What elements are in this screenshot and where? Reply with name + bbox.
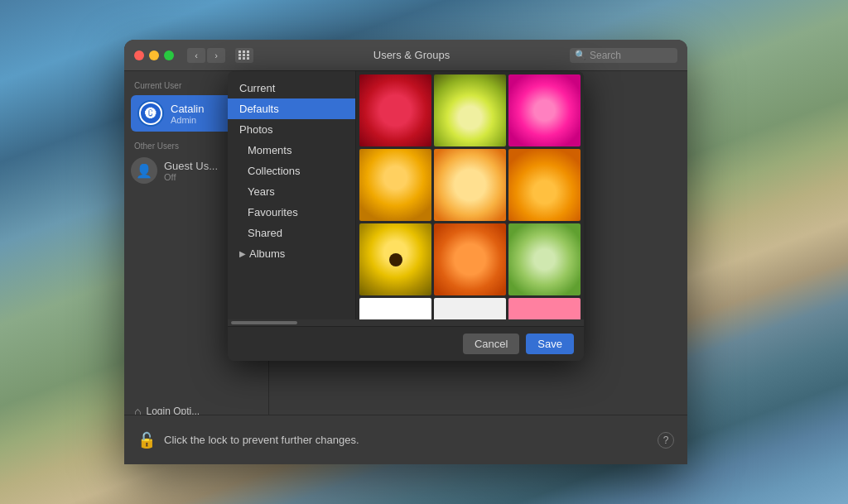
picker-scroll-thumb (231, 321, 297, 324)
yin-yang-icon (455, 319, 485, 320)
window-title: Users & Groups (260, 49, 563, 61)
picker-item-collections[interactable]: Collections (228, 161, 355, 181)
picker-scrollbar[interactable] (228, 319, 584, 326)
minimize-button[interactable] (149, 50, 159, 60)
photo-item-9[interactable] (508, 223, 581, 295)
picker-buttons: Cancel Save (228, 326, 584, 361)
photo-item-8[interactable] (434, 223, 506, 295)
photo-item-5[interactable] (434, 149, 506, 221)
picker-item-photos[interactable]: Photos (228, 119, 355, 140)
photo-item-11[interactable] (434, 298, 506, 319)
picker-item-defaults[interactable]: Defaults (228, 98, 355, 119)
nav-buttons: ‹ › (187, 48, 225, 63)
grid-view-button[interactable] (235, 48, 253, 63)
titlebar: ‹ › Users & Groups 🔍 Search (124, 40, 687, 71)
grid-icon (238, 50, 250, 60)
search-placeholder: Search (590, 50, 621, 61)
maximize-button[interactable] (164, 50, 174, 60)
picker-grid-area[interactable]: 🍪 💋 𝓜 (356, 71, 584, 319)
picker-item-current[interactable]: Current (228, 78, 355, 98)
picker-panel: Current Defaults Photos Moments Collecti… (228, 71, 584, 361)
photo-grid: 🍪 💋 𝓜 (359, 74, 581, 319)
photo-item-12[interactable]: 💋 (508, 298, 581, 319)
picker-top-area: Current Defaults Photos Moments Collecti… (228, 71, 584, 319)
photo-item-6[interactable] (508, 149, 581, 221)
picker-item-years[interactable]: Years (228, 181, 355, 202)
photo-item-2[interactable] (434, 74, 506, 146)
picker-item-favourites[interactable]: Favourites (228, 202, 355, 223)
photo-item-10[interactable]: 🍪 (359, 298, 431, 319)
picker-favourites-label: Favourites (248, 206, 298, 218)
traffic-lights (134, 50, 174, 60)
picker-item-albums[interactable]: ▶ Albums (228, 243, 355, 264)
photo-item-1[interactable] (359, 74, 431, 146)
lock-text: Click the lock to prevent further change… (164, 434, 649, 446)
picker-item-moments[interactable]: Moments (228, 140, 355, 161)
back-button[interactable]: ‹ (187, 48, 205, 63)
window-bottom-bar: 🔓 Click the lock to prevent further chan… (124, 415, 687, 464)
picker-photos-label: Photos (239, 123, 272, 136)
photo-item-7[interactable] (359, 223, 431, 295)
search-bar[interactable]: 🔍 Search (570, 48, 677, 63)
picker-current-label: Current (239, 82, 275, 94)
cancel-button[interactable]: Cancel (463, 334, 519, 354)
save-button[interactable]: Save (526, 334, 574, 354)
picker-collections-label: Collections (248, 165, 301, 177)
lock-icon[interactable]: 🔓 (137, 431, 156, 449)
picker-item-shared[interactable]: Shared (228, 223, 355, 243)
picker-defaults-label: Defaults (239, 103, 279, 115)
photo-item-4[interactable] (359, 149, 431, 221)
close-button[interactable] (134, 50, 144, 60)
expand-arrow-icon: ▶ (239, 249, 246, 258)
picker-years-label: Years (248, 185, 275, 198)
picker-albums-label: Albums (249, 247, 285, 260)
flower-center (389, 253, 402, 266)
picker-overlay: Current Defaults Photos Moments Collecti… (124, 71, 687, 361)
photo-item-3[interactable] (508, 74, 581, 146)
search-icon: 🔍 (575, 50, 586, 60)
forward-button[interactable]: › (207, 48, 225, 63)
picker-shared-label: Shared (248, 227, 282, 239)
picker-moments-label: Moments (248, 144, 292, 156)
help-button[interactable]: ? (658, 432, 674, 449)
picker-sidebar: Current Defaults Photos Moments Collecti… (228, 71, 356, 319)
